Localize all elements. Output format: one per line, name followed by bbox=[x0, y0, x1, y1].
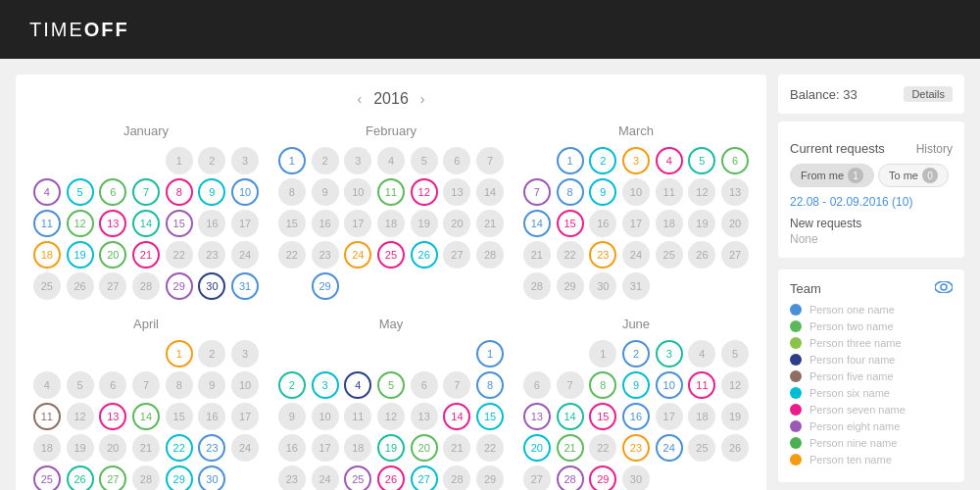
day-cell[interactable]: 6 bbox=[411, 371, 438, 399]
day-cell[interactable]: 4 bbox=[377, 147, 405, 174]
day-cell[interactable]: 22 bbox=[278, 241, 306, 269]
day-cell[interactable]: 27 bbox=[443, 241, 470, 269]
day-cell[interactable]: 7 bbox=[523, 178, 551, 206]
day-cell[interactable]: 22 bbox=[166, 241, 193, 269]
day-cell[interactable]: 17 bbox=[231, 403, 259, 430]
day-cell[interactable]: 15 bbox=[557, 210, 584, 237]
day-cell[interactable]: 31 bbox=[622, 272, 650, 300]
day-cell[interactable]: 12 bbox=[721, 371, 749, 399]
day-cell[interactable]: 25 bbox=[33, 272, 61, 300]
day-cell[interactable]: 19 bbox=[411, 210, 438, 237]
day-cell[interactable]: 10 bbox=[231, 178, 259, 206]
day-cell[interactable]: 4 bbox=[33, 371, 61, 399]
day-cell[interactable]: 28 bbox=[443, 466, 470, 490]
day-cell[interactable]: 23 bbox=[198, 434, 225, 462]
day-cell[interactable]: 5 bbox=[67, 371, 94, 399]
day-cell[interactable]: 26 bbox=[67, 466, 94, 490]
day-cell[interactable]: 3 bbox=[231, 340, 259, 368]
day-cell[interactable]: 6 bbox=[523, 371, 551, 399]
from-me-tab[interactable]: From me 1 bbox=[790, 164, 874, 187]
day-cell[interactable]: 21 bbox=[523, 241, 551, 269]
day-cell[interactable]: 1 bbox=[166, 340, 193, 368]
day-cell[interactable]: 22 bbox=[589, 434, 616, 462]
day-cell[interactable]: 18 bbox=[33, 241, 61, 269]
day-cell[interactable]: 2 bbox=[198, 147, 225, 174]
day-cell[interactable]: 1 bbox=[166, 147, 193, 174]
day-cell[interactable]: 2 bbox=[622, 340, 650, 368]
day-cell[interactable]: 3 bbox=[312, 371, 339, 399]
day-cell[interactable]: 22 bbox=[557, 241, 584, 269]
day-cell[interactable]: 6 bbox=[721, 147, 749, 174]
day-cell[interactable]: 7 bbox=[557, 371, 584, 399]
day-cell[interactable]: 1 bbox=[278, 147, 306, 174]
day-cell[interactable]: 5 bbox=[377, 371, 405, 399]
day-cell[interactable]: 19 bbox=[721, 403, 749, 430]
day-cell[interactable]: 29 bbox=[476, 466, 504, 490]
day-cell[interactable]: 3 bbox=[344, 147, 371, 174]
day-cell[interactable]: 9 bbox=[198, 178, 225, 206]
day-cell[interactable]: 8 bbox=[557, 178, 584, 206]
day-cell[interactable]: 8 bbox=[476, 371, 504, 399]
day-cell[interactable]: 9 bbox=[312, 178, 339, 206]
day-cell[interactable]: 17 bbox=[656, 403, 683, 430]
day-cell[interactable]: 7 bbox=[132, 178, 160, 206]
history-link[interactable]: History bbox=[916, 142, 953, 156]
day-cell[interactable]: 30 bbox=[198, 272, 225, 300]
day-cell[interactable]: 26 bbox=[67, 272, 94, 300]
day-cell[interactable]: 19 bbox=[67, 241, 94, 269]
day-cell[interactable]: 17 bbox=[622, 210, 650, 237]
day-cell[interactable]: 29 bbox=[312, 272, 339, 300]
day-cell[interactable]: 29 bbox=[589, 466, 616, 490]
day-cell[interactable]: 4 bbox=[33, 178, 61, 206]
day-cell[interactable]: 10 bbox=[312, 403, 339, 430]
day-cell[interactable]: 10 bbox=[344, 178, 371, 206]
day-cell[interactable]: 7 bbox=[132, 371, 160, 399]
day-cell[interactable]: 26 bbox=[688, 241, 715, 269]
day-cell[interactable]: 18 bbox=[377, 210, 405, 237]
day-cell[interactable]: 16 bbox=[622, 403, 650, 430]
day-cell[interactable]: 25 bbox=[688, 434, 715, 462]
day-cell[interactable]: 5 bbox=[721, 340, 749, 368]
day-cell[interactable]: 1 bbox=[476, 340, 504, 368]
day-cell[interactable]: 22 bbox=[476, 434, 504, 462]
day-cell[interactable]: 20 bbox=[411, 434, 438, 462]
day-cell[interactable]: 29 bbox=[557, 272, 584, 300]
day-cell[interactable]: 11 bbox=[377, 178, 405, 206]
prev-year-arrow[interactable]: ‹ bbox=[358, 91, 363, 107]
day-cell[interactable]: 14 bbox=[476, 178, 504, 206]
day-cell[interactable]: 15 bbox=[166, 403, 193, 430]
day-cell[interactable]: 8 bbox=[589, 371, 616, 399]
day-cell[interactable]: 26 bbox=[377, 466, 405, 490]
day-cell[interactable]: 29 bbox=[166, 466, 193, 490]
day-cell[interactable]: 11 bbox=[688, 371, 715, 399]
day-cell[interactable]: 29 bbox=[166, 272, 193, 300]
day-cell[interactable]: 10 bbox=[231, 371, 259, 399]
day-cell[interactable]: 20 bbox=[99, 241, 126, 269]
day-cell[interactable]: 13 bbox=[411, 403, 438, 430]
day-cell[interactable]: 2 bbox=[278, 371, 306, 399]
day-cell[interactable]: 21 bbox=[476, 210, 504, 237]
next-year-arrow[interactable]: › bbox=[420, 91, 425, 107]
day-cell[interactable]: 17 bbox=[344, 210, 371, 237]
day-cell[interactable]: 4 bbox=[344, 371, 371, 399]
day-cell[interactable]: 21 bbox=[557, 434, 584, 462]
eye-icon[interactable] bbox=[935, 281, 953, 296]
day-cell[interactable]: 5 bbox=[67, 178, 94, 206]
day-cell[interactable]: 21 bbox=[132, 241, 160, 269]
day-cell[interactable]: 13 bbox=[443, 178, 470, 206]
day-cell[interactable]: 14 bbox=[557, 403, 584, 430]
day-cell[interactable]: 12 bbox=[67, 210, 94, 237]
day-cell[interactable]: 11 bbox=[656, 178, 683, 206]
day-cell[interactable]: 13 bbox=[99, 403, 126, 430]
day-cell[interactable]: 18 bbox=[33, 434, 61, 462]
day-cell[interactable]: 2 bbox=[312, 147, 339, 174]
day-cell[interactable]: 24 bbox=[344, 241, 371, 269]
day-cell[interactable]: 25 bbox=[344, 466, 371, 490]
day-cell[interactable]: 23 bbox=[622, 434, 650, 462]
to-me-tab[interactable]: To me 0 bbox=[878, 164, 949, 187]
day-cell[interactable]: 9 bbox=[622, 371, 650, 399]
day-cell[interactable]: 10 bbox=[622, 178, 650, 206]
day-cell[interactable]: 16 bbox=[198, 210, 225, 237]
day-cell[interactable]: 30 bbox=[198, 466, 225, 490]
day-cell[interactable]: 1 bbox=[557, 147, 584, 174]
